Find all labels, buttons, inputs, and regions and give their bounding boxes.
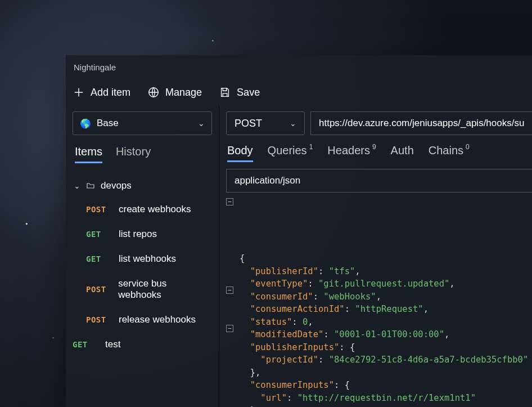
folder-label: devops [101,180,132,191]
request-item[interactable]: POST service bus webhooks [73,271,212,307]
tab-queries[interactable]: Queries1 [268,144,313,162]
save-button[interactable]: Save [219,86,260,99]
fold-toggle[interactable]: − [226,325,233,332]
sidebar: 🌎 Base ⌄ Items History ⌄ devops POST cre… [66,106,219,407]
save-icon [219,86,231,99]
fold-toggle[interactable]: − [226,198,233,205]
add-item-button[interactable]: Add item [73,86,130,99]
method-badge: POST [86,205,111,214]
fold-toggle[interactable]: − [226,287,233,294]
request-label: test [105,339,120,350]
request-item[interactable]: POST create webhooks [73,197,212,222]
request-label: list repos [119,229,157,240]
plus-icon [73,86,85,99]
request-label: service bus webhooks [118,278,211,301]
app-window: Nightingale Add item Manage Save 🌎 Base … [66,55,532,407]
manage-button[interactable]: Manage [147,86,202,99]
folder-icon [86,181,95,190]
request-item[interactable]: GET list repos [73,222,212,247]
sidebar-tabs: Items History [73,142,212,163]
tab-headers[interactable]: Headers9 [327,144,376,162]
title-bar[interactable]: Nightingale [66,55,532,79]
toolbar: Add item Manage Save [66,79,532,106]
chevron-down-icon: ⌄ [290,119,296,128]
tab-auth[interactable]: Auth [391,144,414,162]
method-badge: POST [86,315,111,324]
code-content: { "publisherId": "tfs", "eventType": "gi… [228,252,532,407]
tab-chains[interactable]: Chains0 [429,144,470,162]
url-input[interactable] [310,111,532,135]
request-item[interactable]: GET test [73,332,212,357]
content-type-input[interactable] [226,169,532,193]
request-label: create webhooks [119,204,191,215]
request-item[interactable]: GET list webhooks [73,247,212,271]
chevron-down-icon: ⌄ [74,181,80,190]
http-method-label: POST [235,118,262,129]
add-item-label: Add item [91,87,130,99]
folder-devops[interactable]: ⌄ devops [73,175,212,197]
save-label: Save [237,87,260,99]
environment-select[interactable]: 🌎 Base ⌄ [73,111,212,135]
app-title: Nightingale [74,62,116,72]
method-badge: GET [86,254,111,263]
method-badge: POST [86,285,110,294]
globe-grid-icon [147,86,160,99]
manage-label: Manage [165,87,202,99]
tab-items[interactable]: Items [75,145,102,163]
tab-body[interactable]: Body [227,144,253,162]
body-editor[interactable]: − − − { "publisherId": "tfs", "eventType… [226,198,532,407]
request-tabs: Body Queries1 Headers9 Auth Chains0 [226,141,532,162]
request-tree: ⌄ devops POST create webhooks GET list r… [73,170,212,357]
request-item[interactable]: POST release webhooks [73,307,212,332]
request-label: list webhooks [119,253,176,265]
chevron-down-icon: ⌄ [198,119,205,128]
main-panel: POST ⌄ Body Queries1 Headers9 Auth Chain… [219,106,532,407]
environment-label: Base [97,118,119,129]
tab-history[interactable]: History [116,145,151,163]
http-method-select[interactable]: POST ⌄ [226,111,305,135]
globe-icon: 🌎 [80,118,91,129]
method-badge: GET [86,230,111,239]
request-label: release webhooks [119,314,196,325]
method-badge: GET [73,340,97,349]
